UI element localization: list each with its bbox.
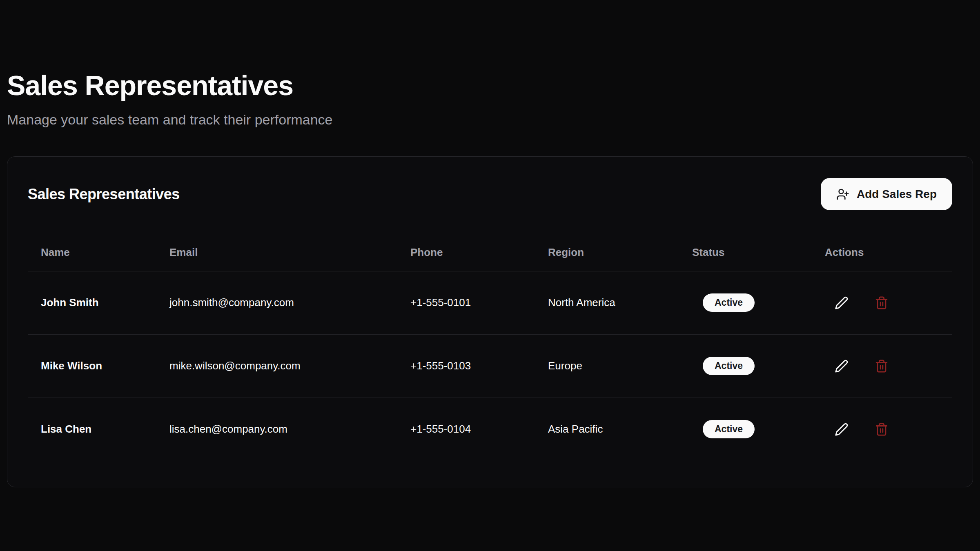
rep-actions-cell <box>812 398 952 461</box>
rep-name-cell: Mike Wilson <box>28 335 156 398</box>
column-header-email: Email <box>156 210 397 271</box>
column-header-status: Status <box>679 210 812 271</box>
pencil-icon <box>835 296 849 310</box>
sales-reps-card: Sales Representatives Add Sales Rep <box>7 156 973 487</box>
add-sales-rep-button[interactable]: Add Sales Rep <box>821 178 952 210</box>
page-title: Sales Representatives <box>7 69 973 101</box>
column-header-name: Name <box>28 210 156 271</box>
rep-actions-cell <box>812 271 952 335</box>
user-plus-icon <box>836 188 849 201</box>
rep-status-cell: Active <box>679 271 812 335</box>
page: Sales Representatives Manage your sales … <box>0 69 980 487</box>
card-header: Sales Representatives Add Sales Rep <box>28 178 952 210</box>
rep-status-cell: Active <box>679 335 812 398</box>
table-header: Name Email Phone Region Status Actions <box>28 210 952 271</box>
rep-name-cell: Lisa Chen <box>28 398 156 461</box>
rep-email-cell: lisa.chen@company.com <box>156 398 397 461</box>
table-row: John Smith john.smith@company.com +1-555… <box>28 271 952 335</box>
pencil-icon <box>835 422 849 436</box>
delete-button[interactable] <box>874 422 889 437</box>
rep-email-cell: john.smith@company.com <box>156 271 397 335</box>
delete-button[interactable] <box>874 295 889 311</box>
status-badge: Active <box>703 357 755 375</box>
rep-actions-cell <box>812 335 952 398</box>
rep-region-cell: Europe <box>535 335 679 398</box>
rep-region-cell: Asia Pacific <box>535 398 679 461</box>
rep-status-cell: Active <box>679 398 812 461</box>
rep-phone-cell: +1-555-0103 <box>397 335 535 398</box>
table-row: Mike Wilson mike.wilson@company.com +1-5… <box>28 335 952 398</box>
trash-icon <box>875 422 889 436</box>
sales-reps-table: Name Email Phone Region Status Actions J… <box>28 210 952 461</box>
edit-button[interactable] <box>834 295 849 311</box>
rep-phone-cell: +1-555-0104 <box>397 398 535 461</box>
table-row: Lisa Chen lisa.chen@company.com +1-555-0… <box>28 398 952 461</box>
trash-icon <box>875 296 889 310</box>
column-header-actions: Actions <box>812 210 952 271</box>
rep-region-cell: North America <box>535 271 679 335</box>
page-subtitle: Manage your sales team and track their p… <box>7 112 973 128</box>
edit-button[interactable] <box>834 422 849 437</box>
card-title: Sales Representatives <box>28 186 180 203</box>
trash-icon <box>875 359 889 373</box>
table-body: John Smith john.smith@company.com +1-555… <box>28 271 952 461</box>
status-badge: Active <box>703 293 755 312</box>
column-header-phone: Phone <box>397 210 535 271</box>
rep-phone-cell: +1-555-0101 <box>397 271 535 335</box>
edit-button[interactable] <box>834 358 849 374</box>
pencil-icon <box>835 359 849 373</box>
rep-name-cell: John Smith <box>28 271 156 335</box>
status-badge: Active <box>703 420 755 438</box>
add-sales-rep-button-label: Add Sales Rep <box>857 188 937 201</box>
delete-button[interactable] <box>874 358 889 374</box>
column-header-region: Region <box>535 210 679 271</box>
rep-email-cell: mike.wilson@company.com <box>156 335 397 398</box>
